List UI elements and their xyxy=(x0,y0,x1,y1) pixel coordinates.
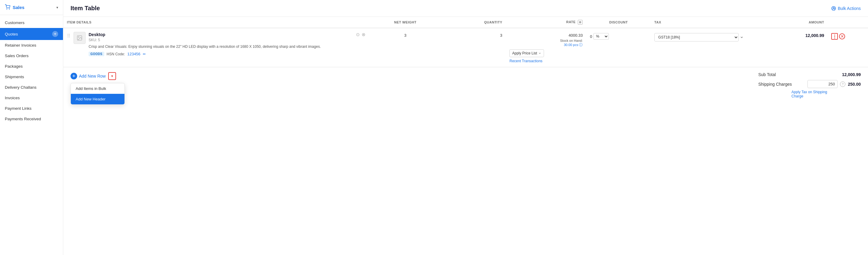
bottom-actions: + Add New Row ▾ Add Items in Bulk Add Ne… xyxy=(63,67,868,106)
stock-value: 30.00 pcs xyxy=(564,43,578,47)
row-delete-button[interactable]: × xyxy=(839,33,845,39)
item-remove-icon[interactable]: ⊗ xyxy=(362,32,366,37)
sidebar-item-shipments[interactable]: Shipments xyxy=(0,72,63,82)
discount-type-select[interactable]: % Flat xyxy=(593,33,609,40)
sidebar-item-payments-received[interactable]: Payments Received xyxy=(0,114,63,124)
add-row-plus-icon: + xyxy=(70,73,77,79)
header-quantity: QUANTITY xyxy=(441,17,506,28)
hsn-edit-icon[interactable]: ✏ xyxy=(143,52,146,56)
discount-value[interactable]: 0 xyxy=(590,34,592,39)
shipping-row: Shipping Charges ? 250.00 Apply Tax on S… xyxy=(758,80,861,98)
header-rate: RATE ⊞ xyxy=(506,17,586,28)
net-weight-cell: 3 xyxy=(369,28,441,67)
sidebar-item-sales-orders[interactable]: Sales Orders xyxy=(0,50,63,61)
header-item-details: ITEM DETAILS xyxy=(63,17,369,28)
sidebar-item-delivery-challans[interactable]: Delivery Challans xyxy=(0,82,63,93)
add-new-header-option[interactable]: Add New Header xyxy=(71,94,124,104)
stock-info-icon[interactable]: ⓘ xyxy=(579,43,583,47)
sidebar-header: Sales ▾ xyxy=(0,0,63,15)
add-quote-icon[interactable]: + xyxy=(52,31,58,37)
item-image xyxy=(73,32,86,44)
hsn-label: HSN Code: xyxy=(107,52,125,56)
svg-point-0 xyxy=(7,9,7,9)
apply-price-list-button[interactable]: Apply Price List xyxy=(509,49,544,57)
stock-info: Stock on Hand: 30.00 pcs ⓘ xyxy=(509,39,583,47)
header-amount: AMOUNT xyxy=(747,17,828,28)
item-description: Crisp and Clear Visuals: Enjoy stunning … xyxy=(89,44,366,49)
sidebar-item-packages[interactable]: Packages xyxy=(0,61,63,72)
shipping-help-icon[interactable]: ? xyxy=(840,81,845,87)
cart-icon xyxy=(5,4,10,10)
topbar: Item Table Bulk Actions xyxy=(63,0,868,17)
quantity-value[interactable]: 3 xyxy=(445,32,502,38)
page-title: Item Table xyxy=(70,5,100,12)
tax-cell: GST18 [18%] GST12 [12%] GST5 [5%] xyxy=(651,28,747,67)
apply-tax-on-shipping-link[interactable]: Apply Tax on Shipping Charge xyxy=(792,90,827,98)
dropdown-arrow-icon: ▾ xyxy=(111,74,113,78)
header-discount: DISCOUNT xyxy=(586,17,651,28)
main-content: Item Table Bulk Actions ITEM DETAILS NET… xyxy=(63,0,868,255)
row-actions-cell: × xyxy=(828,28,868,67)
apply-price-list-label: Apply Price List xyxy=(512,51,537,55)
sub-total-label: Sub Total xyxy=(758,72,776,77)
add-new-row-label: Add New Row xyxy=(79,74,106,78)
item-name: Desktop xyxy=(89,32,105,37)
net-weight-value: 3 xyxy=(373,32,438,38)
bulk-actions-label: Bulk Actions xyxy=(838,6,861,11)
sidebar-nav: Customers Quotes + Retainer Invoices Sal… xyxy=(0,15,63,126)
header-tax: TAX xyxy=(651,17,747,28)
add-row-dropdown-menu: Add Items in Bulk Add New Header xyxy=(70,83,125,105)
add-new-row-button[interactable]: + Add New Row xyxy=(70,73,106,79)
rate-calculator-icon[interactable]: ⊞ xyxy=(578,20,583,25)
svg-point-1 xyxy=(9,9,10,9)
item-table: ITEM DETAILS NET WEIGHT QUANTITY RATE ⊞ … xyxy=(63,17,868,67)
sidebar-item-quotes[interactable]: Quotes + xyxy=(0,28,63,40)
item-tag-goods: GOODS xyxy=(89,52,104,56)
discount-cell: 0 % Flat xyxy=(586,28,651,67)
amount-value: 12,000.99 xyxy=(751,32,824,38)
bulk-actions-button[interactable]: Bulk Actions xyxy=(831,6,861,11)
header-net-weight: NET WEIGHT xyxy=(369,17,441,28)
tax-select[interactable]: GST18 [18%] GST12 [12%] GST5 [5%] xyxy=(654,33,739,41)
table-row: ⠿ Desktop xyxy=(63,28,868,67)
item-sku: SKU: 5 xyxy=(89,38,366,42)
shipping-input[interactable] xyxy=(807,80,838,88)
sub-total-value: 12,000.99 xyxy=(842,72,861,77)
rate-value[interactable]: 4000.33 xyxy=(509,32,583,38)
sidebar-chevron-icon[interactable]: ▾ xyxy=(56,5,58,10)
totals-section: Sub Total 12,000.99 Shipping Charges ? 2… xyxy=(758,72,861,101)
sidebar-item-invoices[interactable]: Invoices xyxy=(0,93,63,103)
sidebar: Sales ▾ Customers Quotes + Retainer Invo… xyxy=(0,0,63,255)
sidebar-item-retainer-invoices[interactable]: Retainer Invoices xyxy=(0,40,63,50)
stock-label: Stock on Hand: xyxy=(560,39,583,42)
drag-handle-icon[interactable]: ⠿ xyxy=(67,33,70,39)
hsn-value-link[interactable]: 123456 xyxy=(127,52,140,56)
sidebar-item-payment-links[interactable]: Payment Links xyxy=(0,103,63,114)
add-row-dropdown-button[interactable]: ▾ xyxy=(108,72,116,80)
sidebar-item-customers[interactable]: Customers xyxy=(0,17,63,28)
left-actions-group: + Add New Row ▾ Add Items in Bulk Add Ne… xyxy=(70,72,116,80)
add-items-bulk-option[interactable]: Add Items in Bulk xyxy=(71,83,124,94)
shipping-amount: 250.00 xyxy=(848,82,861,86)
item-copy-icon[interactable]: ⊙ xyxy=(356,32,360,37)
row-kebab-button[interactable] xyxy=(831,33,838,40)
sub-total-row: Sub Total 12,000.99 xyxy=(758,72,861,77)
content-area: ITEM DETAILS NET WEIGHT QUANTITY RATE ⊞ … xyxy=(63,17,868,255)
sidebar-app-name[interactable]: Sales xyxy=(5,4,24,10)
item-details-cell: ⠿ Desktop xyxy=(63,28,369,67)
header-action xyxy=(828,17,868,28)
shipping-label: Shipping Charges xyxy=(758,82,792,86)
rate-cell: 4000.33 Stock on Hand: 30.00 pcs ⓘ Apply… xyxy=(506,28,586,67)
quantity-cell: 3 xyxy=(441,28,506,67)
recent-transactions-link[interactable]: Recent Transactions xyxy=(509,59,583,63)
svg-point-4 xyxy=(79,37,79,38)
amount-cell: 12,000.99 xyxy=(747,28,828,67)
